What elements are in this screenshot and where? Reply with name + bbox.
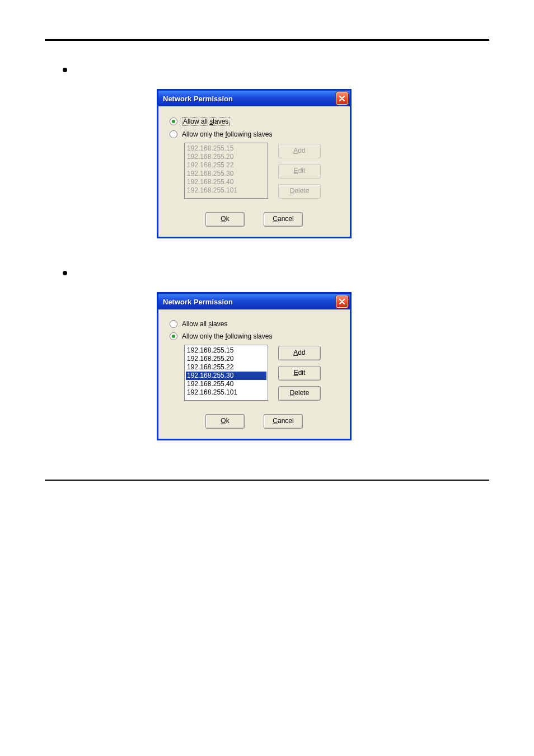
radio-allow-all-label: Allow all slaves [182,320,227,328]
text: laves [213,118,228,125]
cancel-button[interactable]: Cancel [264,212,303,227]
list-item: 192.168.255.30 [186,170,266,178]
radio-icon [170,320,177,328]
dialog-network-permission-all: Network Permission Allow all slaves [157,89,352,238]
text: ancel [278,215,294,223]
text: E [294,369,298,377]
list-item[interactable]: 192.168.255.101 [186,388,266,397]
radio-allow-following[interactable]: Allow only the following slaves [170,130,339,138]
text: dit [298,369,306,377]
radio-icon [170,118,177,125]
close-icon[interactable] [336,92,348,105]
delete-button[interactable]: Delete [278,386,321,401]
list-item: 192.168.255.101 [186,186,266,195]
list-item: 192.168.255.22 [186,161,266,170]
radio-allow-following-label: Allow only the following slaves [182,332,272,340]
list-item[interactable]: 192.168.255.20 [186,355,266,363]
bullet-row-2 [56,266,489,275]
text: ollowing slaves [227,130,273,138]
text: elete [294,389,309,397]
close-icon[interactable] [336,295,348,308]
dialog-title: Network Permission [163,95,233,103]
delete-button: Delete [278,184,321,199]
radio-allow-following-label: Allow only the following slaves [182,130,272,138]
text: Allow only the [182,130,225,138]
text: dit [298,167,306,175]
list-item: 192.168.255.40 [186,178,266,186]
text: k [226,417,229,425]
bullet-icon [63,68,67,72]
text: elete [294,187,309,195]
list-item: 192.168.255.15 [186,144,266,153]
dialog-titlebar[interactable]: Network Permission [158,91,350,106]
ip-listbox-disabled: 192.168.255.15 192.168.255.20 192.168.25… [184,143,268,199]
dialog-titlebar[interactable]: Network Permission [158,294,350,309]
cancel-button[interactable]: Cancel [264,414,303,429]
radio-icon [170,130,177,138]
text: D [290,389,295,397]
text: dd [298,147,305,154]
text: laves [212,320,227,328]
add-button[interactable]: Add [278,346,321,360]
text: C [273,215,278,223]
edit-button[interactable]: Edit [278,366,321,381]
text: E [294,167,298,175]
text: Allow all [183,118,209,125]
ip-listbox[interactable]: 192.168.255.15 192.168.255.20 192.168.25… [184,345,268,401]
add-button: Add [278,144,321,158]
radio-allow-all-label: Allow all slaves [182,117,229,126]
text: D [290,187,295,195]
text: dd [298,349,305,356]
text: Allow only the [182,332,225,340]
text: O [221,417,226,425]
list-item: 192.168.255.20 [186,153,266,161]
bullet-icon [63,271,67,275]
text: C [273,417,278,425]
list-item-selected[interactable]: 192.168.255.30 [186,372,266,380]
radio-allow-all[interactable]: Allow all slaves [170,117,339,126]
dialog-title: Network Permission [163,298,233,306]
list-item[interactable]: 192.168.255.22 [186,363,266,372]
ok-button[interactable]: Ok [205,212,245,227]
text: k [226,215,229,223]
list-item[interactable]: 192.168.255.40 [186,380,266,388]
text: Allow all [182,320,208,328]
text: ancel [278,417,294,425]
ok-button[interactable]: Ok [205,414,245,429]
text: O [221,215,226,223]
text: ollowing slaves [227,332,273,340]
radio-allow-following[interactable]: Allow only the following slaves [170,332,339,340]
bullet-row-1 [56,63,489,72]
radio-allow-all[interactable]: Allow all slaves [170,320,339,328]
dialog-network-permission-following: Network Permission Allow all slaves [157,292,352,440]
edit-button: Edit [278,164,321,179]
list-item[interactable]: 192.168.255.15 [186,346,266,355]
radio-icon [170,332,177,340]
